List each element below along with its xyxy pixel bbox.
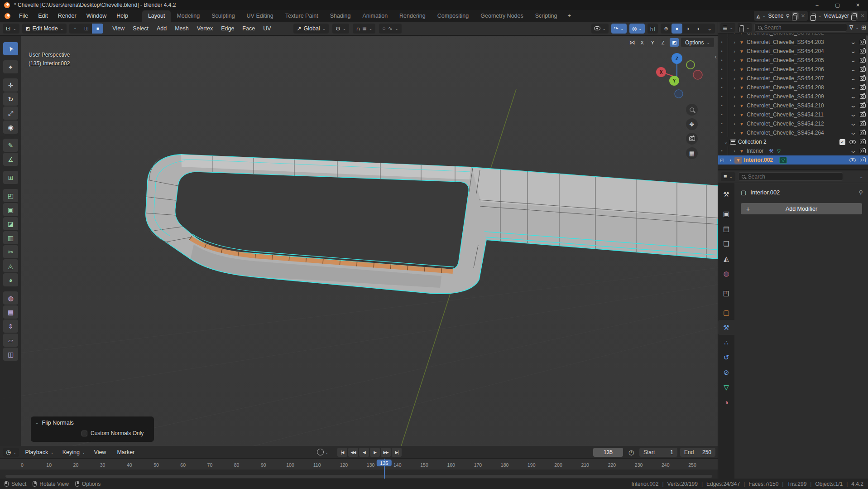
outliner-item[interactable]: • › ▼ Chevrolet_Chevelle_SS454.204 ⌄: [718, 47, 868, 56]
editor-type-selector[interactable]: ⊡ ⌄: [3, 24, 19, 34]
blender-menu-icon[interactable]: [5, 13, 10, 19]
tool-add-cube[interactable]: ⊞: [3, 171, 18, 184]
tool-shrink-fatten[interactable]: ⇕: [3, 320, 18, 333]
menubar-item[interactable]: Help: [112, 11, 132, 20]
tool-bevel[interactable]: ◪: [3, 217, 18, 230]
snap-controls[interactable]: ∩ ▦ ⌄: [353, 24, 375, 34]
jump-to-end-button[interactable]: ▶|: [392, 448, 402, 457]
outliner-search[interactable]: [754, 23, 847, 32]
tab-scene[interactable]: ◭: [718, 251, 734, 266]
add-modifier-button[interactable]: + Add Modifier: [741, 203, 862, 214]
workspace-tab[interactable]: Shading: [324, 10, 357, 22]
outliner-item[interactable]: • › ▼ Chevrolet_Chevelle_SS454.211 ⌄: [718, 110, 868, 119]
render-visibility-icon[interactable]: [860, 85, 866, 90]
workspace-tab[interactable]: Layout: [142, 10, 171, 22]
auto-keying-toggle[interactable]: ⌄: [317, 449, 329, 455]
show-viewport-icon[interactable]: [849, 158, 856, 162]
hide-viewport-icon[interactable]: ⌄: [850, 68, 857, 71]
workspace-tab[interactable]: Scripting: [529, 10, 563, 22]
tool-extrude-region[interactable]: ◰: [3, 189, 18, 202]
expand-icon[interactable]: ›: [732, 103, 737, 108]
tab-object[interactable]: ▢: [718, 305, 734, 320]
timeline-tracks[interactable]: [0, 470, 718, 479]
wireframe-shading-button[interactable]: ⊕: [661, 24, 671, 34]
hide-viewport-icon[interactable]: ⌄: [850, 49, 857, 53]
camera-view-button[interactable]: [686, 133, 698, 145]
viewport-menu[interactable]: Add: [153, 24, 170, 33]
new-view-layer-button[interactable]: [851, 12, 858, 19]
hide-viewport-icon[interactable]: ⌄: [850, 95, 857, 98]
render-visibility-icon[interactable]: [860, 112, 866, 117]
collapse-icon[interactable]: ⌄: [724, 139, 728, 145]
hide-viewport-icon[interactable]: ⌄: [850, 77, 857, 80]
outliner-item[interactable]: • › ▼ Chevrolet_Chevelle_SS454.203 ⌄: [718, 38, 868, 47]
hide-viewport-icon[interactable]: ⌄: [850, 131, 857, 135]
collection-checkbox[interactable]: ✓: [839, 139, 845, 145]
chevron-down-icon[interactable]: ⌄: [857, 174, 866, 179]
3d-viewport[interactable]: ➤ ⌖ ✛ ↻ ⤢ ◉ ✎: [0, 36, 718, 446]
properties-search-input[interactable]: [748, 174, 839, 180]
mesh-canvas[interactable]: [0, 36, 718, 446]
outliner-item[interactable]: • › ▼ Chevrolet_Chevelle_SS454.264 ⌄: [718, 128, 868, 137]
viewport-menu[interactable]: UV: [259, 24, 274, 33]
tab-world[interactable]: ◍: [718, 266, 734, 281]
tool-move[interactable]: ✛: [3, 78, 18, 92]
outliner-item-active[interactable]: ◰ › ▼ Interior.002 ▽: [718, 155, 868, 165]
tab-view-layer[interactable]: ❏: [718, 236, 734, 251]
chevron-down-icon[interactable]: ⌄: [35, 421, 39, 425]
menubar-item[interactable]: Render: [54, 11, 81, 20]
expand-icon[interactable]: ›: [732, 112, 737, 117]
outliner-item-clipped[interactable]: • › ▼ Chevrolet_Chevelle_SS454.202: [718, 34, 868, 37]
tool-loop-cut[interactable]: ▥: [3, 231, 18, 244]
transform-orientation-selector[interactable]: ↗ Global ⌄: [293, 24, 329, 34]
show-viewport-icon[interactable]: [849, 140, 856, 144]
expand-icon[interactable]: ›: [732, 130, 737, 136]
workspace-tab[interactable]: UV Editing: [241, 10, 279, 22]
hide-viewport-icon[interactable]: ⌄: [850, 86, 857, 89]
timeline-ruler[interactable]: 0102030405060708090100110120130140150160…: [0, 459, 718, 470]
chevron-down-icon[interactable]: ⌄: [704, 24, 715, 34]
add-workspace-button[interactable]: +: [563, 10, 575, 22]
tab-collection[interactable]: ◰: [718, 286, 734, 300]
pivot-point-selector[interactable]: ⊙ ⌄: [332, 24, 349, 34]
outliner-scrollbar[interactable]: [866, 35, 868, 103]
expand-icon[interactable]: ›: [732, 58, 737, 63]
expand-icon[interactable]: ›: [732, 148, 737, 154]
properties-editor-selector[interactable]: ≡ ⌄: [721, 172, 735, 181]
mirror-axis-button[interactable]: X: [638, 38, 647, 47]
object-visibility-dropdown[interactable]: ⌄: [591, 24, 609, 34]
outliner-item[interactable]: • › ▼ Chevrolet_Chevelle_SS454.208 ⌄: [718, 83, 868, 92]
prev-keyframe-button[interactable]: ◀◀: [348, 448, 358, 457]
render-visibility-icon[interactable]: [860, 158, 866, 162]
tool-inset-faces[interactable]: ▣: [3, 203, 18, 216]
tab-physics[interactable]: ↺: [718, 350, 734, 365]
tool-annotate[interactable]: ✎: [3, 139, 18, 152]
tab-output[interactable]: ▤: [718, 221, 734, 236]
sidebar-collapse-arrow[interactable]: ‹: [715, 53, 717, 60]
xray-toggle[interactable]: ◱: [647, 24, 658, 34]
gizmo-y-axis[interactable]: Y: [669, 76, 679, 86]
render-visibility-icon[interactable]: [860, 140, 866, 144]
tool-measure[interactable]: ∡: [3, 153, 18, 166]
tab-particles[interactable]: ∴: [718, 335, 734, 350]
unlink-scene-button[interactable]: ✕: [801, 13, 806, 19]
render-visibility-icon[interactable]: [860, 76, 866, 81]
workspace-tab[interactable]: Geometry Nodes: [475, 10, 529, 22]
breadcrumb-object-name[interactable]: Interior.002: [750, 189, 780, 196]
outliner-item[interactable]: • › ▼ Chevrolet_Chevelle_SS454.209 ⌄: [718, 92, 868, 101]
minimize-button[interactable]: –: [807, 0, 827, 10]
workspace-tab[interactable]: Texture Paint: [279, 10, 324, 22]
remove-view-layer-button[interactable]: ✕: [860, 13, 865, 19]
frame-start-field[interactable]: Start1: [639, 448, 677, 457]
outliner-search-input[interactable]: [764, 24, 844, 31]
timeline-editor-selector[interactable]: ◷ ⌄: [3, 448, 19, 457]
timeline-menu[interactable]: Keying ⌄: [59, 448, 89, 457]
play-forward-button[interactable]: ▶: [370, 448, 380, 457]
tool-shear[interactable]: ▱: [3, 334, 18, 347]
operator-panel[interactable]: ⌄ Flip Normals Custom Normals Only: [31, 416, 154, 442]
tool-scale[interactable]: ⤢: [3, 107, 18, 120]
hide-viewport-icon[interactable]: ⌄: [850, 104, 857, 107]
workspace-tab[interactable]: Compositing: [432, 10, 475, 22]
scene-selector[interactable]: ◭ ⌄ Scene ⚲ ✕: [754, 11, 807, 21]
outliner-item-interior[interactable]: • › ▼ Interior ⚒ ▽ ⌄: [718, 146, 868, 155]
